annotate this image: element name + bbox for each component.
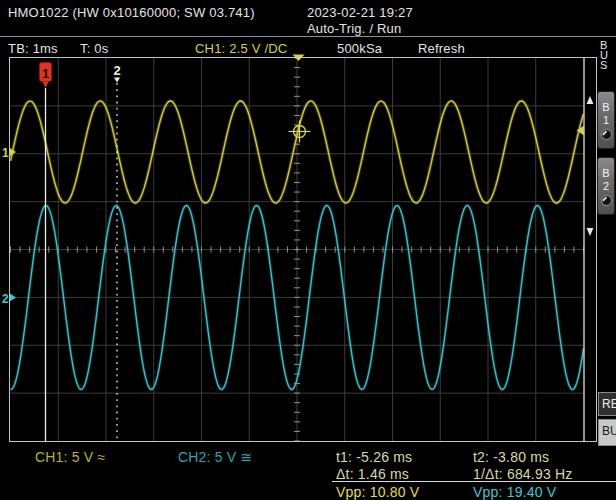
bus1-number: 1: [603, 114, 609, 127]
ch1-scale-label[interactable]: CH1: 5 V ≈: [35, 449, 105, 465]
oscilloscope-screen: { "title_bar": { "device": "HMO1022 (HW …: [0, 0, 616, 500]
svg-text:1: 1: [2, 146, 9, 160]
bus2-letter: B: [602, 167, 609, 180]
bus2-number: 2: [603, 180, 609, 193]
svg-text:1: 1: [42, 67, 49, 81]
bu-button[interactable]: BU: [598, 419, 616, 446]
ch2-scale-label[interactable]: CH2: 5 V ≅: [178, 449, 252, 465]
cursor-t1-readout: t1: -5.26 ms: [336, 449, 412, 465]
svg-text:2: 2: [113, 63, 120, 78]
vpp-ch1-readout: Vpp: 10.80 V: [336, 484, 419, 500]
bus2-button[interactable]: B 2: [597, 157, 615, 215]
re-button[interactable]: RE: [598, 392, 616, 416]
svg-text:2: 2: [2, 292, 9, 306]
bus-section-label: BUS: [600, 40, 612, 70]
knob-icon: [601, 129, 612, 140]
inv-delta-t-readout: 1/Δt: 684.93 Hz: [473, 466, 573, 482]
bus1-letter: B: [602, 101, 609, 114]
measurement-separator: [332, 481, 616, 482]
delta-t-readout: Δt: 1.46 ms: [336, 466, 409, 482]
vpp-ch2-readout: Vpp: 19.40 V: [473, 484, 556, 500]
knob-icon: [601, 195, 612, 206]
bus1-button[interactable]: B 1: [597, 91, 615, 149]
cursor-t2-readout: t2: -3.80 ms: [473, 449, 549, 465]
scope-display: 1212: [0, 0, 616, 500]
